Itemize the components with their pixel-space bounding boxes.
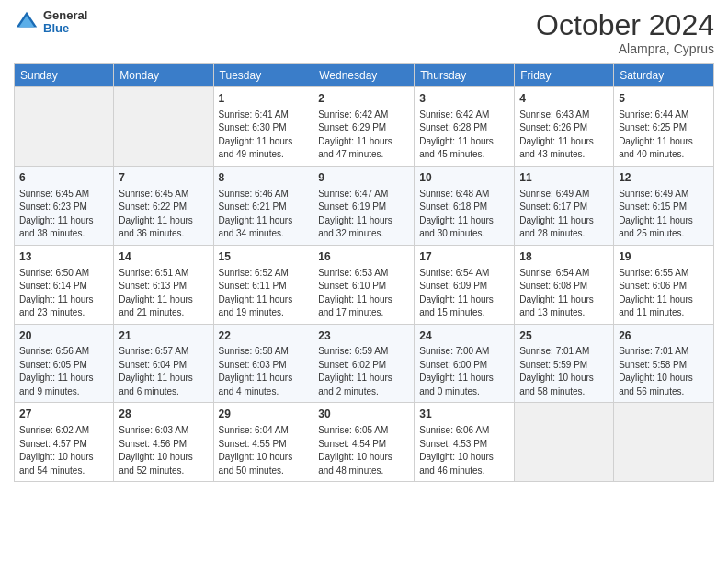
cell-day-number: 4: [519, 91, 609, 107]
cell-info: Sunrise: 6:54 AMSunset: 6:09 PMDaylight:…: [419, 267, 509, 320]
cell-day-number: 1: [219, 91, 309, 107]
cell-day-number: 24: [419, 328, 509, 344]
cell-info: Sunrise: 7:01 AMSunset: 5:58 PMDaylight:…: [619, 345, 709, 398]
month-title: October 2024: [536, 9, 714, 41]
table-row: 13Sunrise: 6:50 AMSunset: 6:14 PMDayligh…: [15, 245, 114, 324]
cell-day-number: 2: [318, 91, 409, 107]
logo-icon: [14, 9, 40, 35]
cell-day-number: 12: [619, 170, 709, 186]
calendar-body: 1Sunrise: 6:41 AMSunset: 6:30 PMDaylight…: [15, 87, 714, 482]
table-row: 30Sunrise: 6:05 AMSunset: 4:54 PMDayligh…: [313, 403, 415, 482]
calendar-header: Sunday Monday Tuesday Wednesday Thursday…: [15, 64, 714, 87]
cell-info: Sunrise: 6:49 AMSunset: 6:15 PMDaylight:…: [619, 188, 709, 241]
cell-info: Sunrise: 6:41 AMSunset: 6:30 PMDaylight:…: [219, 109, 309, 162]
calendar-week-row: 6Sunrise: 6:45 AMSunset: 6:23 PMDaylight…: [15, 166, 714, 245]
cell-day-number: 6: [19, 170, 108, 186]
cell-info: Sunrise: 6:52 AMSunset: 6:11 PMDaylight:…: [219, 267, 309, 320]
table-row: 2Sunrise: 6:42 AMSunset: 6:29 PMDaylight…: [313, 87, 415, 167]
calendar-week-row: 20Sunrise: 6:56 AMSunset: 6:05 PMDayligh…: [15, 324, 714, 403]
table-row: 29Sunrise: 6:04 AMSunset: 4:55 PMDayligh…: [213, 403, 313, 482]
calendar-week-row: 27Sunrise: 6:02 AMSunset: 4:57 PMDayligh…: [15, 403, 714, 482]
cell-day-number: 21: [119, 328, 208, 344]
logo: General Blue: [14, 9, 87, 36]
cell-info: Sunrise: 6:50 AMSunset: 6:14 PMDaylight:…: [19, 267, 108, 320]
cell-day-number: 26: [619, 328, 709, 344]
cell-day-number: 30: [318, 407, 409, 422]
table-row: 18Sunrise: 6:54 AMSunset: 6:08 PMDayligh…: [515, 245, 614, 324]
table-row: [614, 403, 714, 482]
page-container: General Blue October 2024 Alampra, Cypru…: [0, 0, 728, 487]
cell-day-number: 14: [119, 249, 208, 265]
cell-day-number: 18: [519, 249, 609, 265]
table-row: 12Sunrise: 6:49 AMSunset: 6:15 PMDayligh…: [614, 166, 714, 245]
col-wednesday: Wednesday: [313, 64, 415, 87]
logo-text: General Blue: [43, 9, 87, 36]
cell-info: Sunrise: 6:51 AMSunset: 6:13 PMDaylight:…: [119, 267, 208, 320]
cell-info: Sunrise: 6:54 AMSunset: 6:08 PMDaylight:…: [519, 267, 609, 320]
cell-info: Sunrise: 6:47 AMSunset: 6:19 PMDaylight:…: [318, 188, 409, 241]
cell-info: Sunrise: 6:48 AMSunset: 6:18 PMDaylight:…: [419, 188, 509, 241]
cell-day-number: 8: [219, 170, 309, 186]
table-row: 8Sunrise: 6:46 AMSunset: 6:21 PMDaylight…: [213, 166, 313, 245]
table-row: 19Sunrise: 6:55 AMSunset: 6:06 PMDayligh…: [614, 245, 714, 324]
cell-info: Sunrise: 6:06 AMSunset: 4:53 PMDaylight:…: [419, 424, 509, 477]
table-row: 21Sunrise: 6:57 AMSunset: 6:04 PMDayligh…: [114, 324, 213, 403]
header: General Blue October 2024 Alampra, Cypru…: [14, 9, 714, 56]
table-row: 3Sunrise: 6:42 AMSunset: 6:28 PMDaylight…: [415, 87, 515, 167]
cell-info: Sunrise: 7:01 AMSunset: 5:59 PMDaylight:…: [519, 345, 609, 398]
cell-day-number: 17: [419, 249, 509, 265]
cell-day-number: 22: [219, 328, 309, 344]
calendar-table: Sunday Monday Tuesday Wednesday Thursday…: [14, 63, 714, 482]
cell-info: Sunrise: 6:46 AMSunset: 6:21 PMDaylight:…: [219, 188, 309, 241]
table-row: 27Sunrise: 6:02 AMSunset: 4:57 PMDayligh…: [15, 403, 114, 482]
header-row: Sunday Monday Tuesday Wednesday Thursday…: [15, 64, 714, 87]
cell-day-number: 10: [419, 170, 509, 186]
cell-info: Sunrise: 6:42 AMSunset: 6:29 PMDaylight:…: [318, 109, 409, 162]
calendar-week-row: 13Sunrise: 6:50 AMSunset: 6:14 PMDayligh…: [15, 245, 714, 324]
cell-day-number: 27: [19, 407, 108, 422]
cell-day-number: 31: [419, 407, 509, 422]
table-row: 10Sunrise: 6:48 AMSunset: 6:18 PMDayligh…: [415, 166, 515, 245]
cell-info: Sunrise: 6:45 AMSunset: 6:23 PMDaylight:…: [19, 188, 108, 241]
cell-info: Sunrise: 6:42 AMSunset: 6:28 PMDaylight:…: [419, 109, 509, 162]
cell-day-number: 15: [219, 249, 309, 265]
table-row: 31Sunrise: 6:06 AMSunset: 4:53 PMDayligh…: [415, 403, 515, 482]
col-sunday: Sunday: [15, 64, 114, 87]
logo-general: General: [43, 9, 87, 22]
cell-info: Sunrise: 7:00 AMSunset: 6:00 PMDaylight:…: [419, 345, 509, 398]
table-row: 11Sunrise: 6:49 AMSunset: 6:17 PMDayligh…: [515, 166, 614, 245]
cell-info: Sunrise: 6:58 AMSunset: 6:03 PMDaylight:…: [219, 345, 309, 398]
cell-info: Sunrise: 6:05 AMSunset: 4:54 PMDaylight:…: [318, 424, 409, 477]
calendar-week-row: 1Sunrise: 6:41 AMSunset: 6:30 PMDaylight…: [15, 87, 714, 167]
cell-day-number: 20: [19, 328, 108, 344]
table-row: [114, 87, 213, 167]
col-thursday: Thursday: [415, 64, 515, 87]
table-row: 1Sunrise: 6:41 AMSunset: 6:30 PMDaylight…: [213, 87, 313, 167]
cell-day-number: 7: [119, 170, 208, 186]
cell-info: Sunrise: 6:53 AMSunset: 6:10 PMDaylight:…: [318, 267, 409, 320]
col-tuesday: Tuesday: [213, 64, 313, 87]
table-row: 23Sunrise: 6:59 AMSunset: 6:02 PMDayligh…: [313, 324, 415, 403]
cell-day-number: 23: [318, 328, 409, 344]
cell-day-number: 19: [619, 249, 709, 265]
cell-info: Sunrise: 6:04 AMSunset: 4:55 PMDaylight:…: [219, 424, 309, 477]
cell-info: Sunrise: 6:45 AMSunset: 6:22 PMDaylight:…: [119, 188, 208, 241]
cell-info: Sunrise: 6:03 AMSunset: 4:56 PMDaylight:…: [119, 424, 208, 477]
cell-day-number: 29: [219, 407, 309, 422]
cell-day-number: 16: [318, 249, 409, 265]
cell-day-number: 25: [519, 328, 609, 344]
cell-info: Sunrise: 6:56 AMSunset: 6:05 PMDaylight:…: [19, 345, 108, 398]
table-row: 15Sunrise: 6:52 AMSunset: 6:11 PMDayligh…: [213, 245, 313, 324]
cell-info: Sunrise: 6:44 AMSunset: 6:25 PMDaylight:…: [619, 109, 709, 162]
cell-info: Sunrise: 6:55 AMSunset: 6:06 PMDaylight:…: [619, 267, 709, 320]
table-row: 28Sunrise: 6:03 AMSunset: 4:56 PMDayligh…: [114, 403, 213, 482]
table-row: 24Sunrise: 7:00 AMSunset: 6:00 PMDayligh…: [415, 324, 515, 403]
title-block: October 2024 Alampra, Cyprus: [536, 9, 714, 56]
cell-day-number: 3: [419, 91, 509, 107]
table-row: 4Sunrise: 6:43 AMSunset: 6:26 PMDaylight…: [515, 87, 614, 167]
cell-day-number: 5: [619, 91, 709, 107]
logo-blue: Blue: [43, 22, 87, 35]
table-row: 6Sunrise: 6:45 AMSunset: 6:23 PMDaylight…: [15, 166, 114, 245]
table-row: 5Sunrise: 6:44 AMSunset: 6:25 PMDaylight…: [614, 87, 714, 167]
cell-day-number: 9: [318, 170, 409, 186]
